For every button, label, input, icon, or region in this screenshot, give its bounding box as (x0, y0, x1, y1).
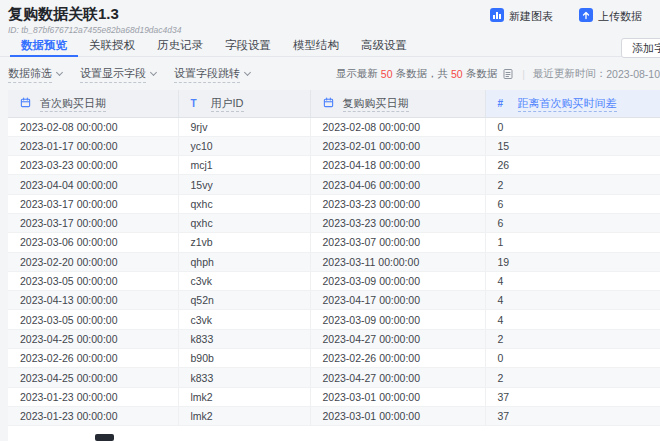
data-preview-table: 首次购买日期 T 用户ID 复购购买日期 # 距离首次购买时间差 2023-02… (8, 90, 660, 441)
table-cell: b90b (178, 349, 310, 368)
table-cell: 2023-04-25 00:00:00 (8, 368, 178, 387)
scrollbar-thumb[interactable] (95, 434, 114, 441)
table-cell: 4 (485, 291, 660, 310)
table-cell: 9rjv (178, 117, 310, 136)
table-cell: 2023-04-27 00:00:00 (310, 368, 485, 387)
table-cell: 2023-03-09 00:00:00 (310, 310, 485, 329)
table-cell: 2023-03-23 00:00:00 (8, 156, 178, 175)
table-cell: 2023-03-23 00:00:00 (310, 194, 485, 213)
tab-model-structure[interactable]: 模型结构 (282, 36, 350, 57)
summary-text: 显示最新 (336, 67, 378, 81)
table-cell: 4 (485, 271, 660, 290)
table-cell: 1 (485, 233, 660, 252)
table-row: 2023-04-13 00:00:00q52n2023-04-17 00:00:… (8, 291, 660, 310)
table-cell: z1vb (178, 233, 310, 252)
upload-data-label: 上传数据 (598, 9, 642, 24)
new-chart-button[interactable]: 新建图表 (490, 8, 553, 24)
table-row: 2023-01-23 00:00:00lmk22023-03-01 00:00:… (8, 406, 660, 425)
table-body: 2023-02-08 00:00:009rjv2023-02-08 00:00:… (8, 117, 660, 426)
table-cell: 2023-03-01 00:00:00 (310, 406, 485, 425)
table-cell: 15vy (178, 175, 310, 194)
table-cell: 2 (485, 368, 660, 387)
tab-field-settings[interactable]: 字段设置 (214, 36, 282, 57)
table-cell: mcj1 (178, 156, 310, 175)
table-cell: 2023-04-18 00:00:00 (310, 156, 485, 175)
tab-data-preview[interactable]: 数据预览 (10, 36, 78, 57)
table-cell: 2023-03-07 00:00:00 (310, 233, 485, 252)
table-cell: 37 (485, 406, 660, 425)
table-cell: 2023-02-26 00:00:00 (8, 349, 178, 368)
column-header-time-diff[interactable]: # 距离首次购买时间差 (485, 90, 660, 117)
table-cell: 2023-02-08 00:00:00 (8, 117, 178, 136)
table-cell: 26 (485, 156, 660, 175)
tab-association-auth[interactable]: 关联授权 (78, 36, 146, 57)
column-header-repurchase-date[interactable]: 复购购买日期 (310, 90, 485, 117)
column-label: 距离首次购买时间差 (518, 97, 617, 112)
column-header-user-id[interactable]: T 用户ID (178, 90, 310, 117)
table-cell: c3vk (178, 271, 310, 290)
number-type-icon: # (498, 98, 509, 109)
table-cell: 6 (485, 213, 660, 232)
note-icon[interactable] (502, 68, 514, 80)
page-title: 复购数据关联1.3 (8, 5, 119, 24)
summary-text: 条数据 (466, 67, 498, 81)
table-cell: 19 (485, 252, 660, 271)
table-cell: 2023-03-17 00:00:00 (8, 213, 178, 232)
divider: | (522, 69, 525, 80)
calendar-icon (323, 97, 334, 110)
chevron-down-icon (56, 69, 63, 76)
table-row: 2023-03-17 00:00:00qxhc2023-03-23 00:00:… (8, 194, 660, 213)
table-cell: lmk2 (178, 406, 310, 425)
data-filter-dropdown[interactable]: 数据筛选 (8, 66, 62, 83)
data-summary: 显示最新 50 条数据，共 50 条数据 | 最近更新时间： 2023-08-1… (336, 67, 660, 81)
text-type-icon: T (191, 98, 202, 109)
table-cell: qhph (178, 252, 310, 271)
upload-data-button[interactable]: 上传数据 (579, 8, 642, 24)
table-row: 2023-02-26 00:00:00b90b2023-02-26 00:00:… (8, 349, 660, 368)
table-cell: 0 (485, 117, 660, 136)
table-cell: 6 (485, 194, 660, 213)
table-cell: qxhc (178, 213, 310, 232)
table-row: 2023-03-06 00:00:00z1vb2023-03-07 00:00:… (8, 233, 660, 252)
table-cell: 2023-03-17 00:00:00 (8, 194, 178, 213)
chevron-down-icon (150, 69, 157, 76)
tab-history[interactable]: 历史记录 (146, 36, 214, 57)
table-cell: 2023-01-23 00:00:00 (8, 387, 178, 406)
table-cell: k833 (178, 329, 310, 348)
table-cell: 2023-02-01 00:00:00 (310, 136, 485, 155)
column-header-first-purchase-date[interactable]: 首次购买日期 (8, 90, 178, 117)
table-cell: 2023-03-09 00:00:00 (310, 271, 485, 290)
data-filter-label: 数据筛选 (8, 66, 52, 83)
field-jump-label: 设置字段跳转 (174, 66, 240, 83)
display-fields-label: 设置显示字段 (80, 66, 146, 83)
upload-data-icon (579, 8, 593, 24)
new-chart-label: 新建图表 (509, 9, 553, 24)
dataset-id: ID: tb_87bf676712a7455e82ba68d19dac4d34 (8, 25, 181, 35)
table-row: 2023-04-04 00:00:0015vy2023-04-06 00:00:… (8, 175, 660, 194)
table-cell: 2023-03-23 00:00:00 (310, 213, 485, 232)
table-row: 2023-01-23 00:00:00lmk22023-03-01 00:00:… (8, 387, 660, 406)
tab-advanced-settings[interactable]: 高级设置 (350, 36, 418, 57)
column-label: 首次购买日期 (40, 97, 106, 112)
field-jump-dropdown[interactable]: 设置字段跳转 (174, 66, 250, 83)
table-cell: 4 (485, 310, 660, 329)
add-field-button[interactable]: 添加字段 (621, 38, 660, 58)
last-updated-value: 2023-08-10 (606, 68, 660, 80)
table-row: 2023-03-05 00:00:00c3vk2023-03-09 00:00:… (8, 310, 660, 329)
table-row: 2023-02-20 00:00:00qhph2023-03-11 00:00:… (8, 252, 660, 271)
table-cell: 2023-03-05 00:00:00 (8, 310, 178, 329)
table-cell: 37 (485, 387, 660, 406)
chevron-down-icon (244, 69, 251, 76)
table-cell: 2023-04-27 00:00:00 (310, 329, 485, 348)
table-row: 2023-04-25 00:00:00k8332023-04-27 00:00:… (8, 329, 660, 348)
table-cell: 2023-03-11 00:00:00 (310, 252, 485, 271)
table-cell: 2023-01-17 00:00:00 (8, 136, 178, 155)
table-cell: yc10 (178, 136, 310, 155)
table-header-row: 首次购买日期 T 用户ID 复购购买日期 # 距离首次购买时间差 (8, 90, 660, 117)
table-row: 2023-04-25 00:00:00k8332023-04-27 00:00:… (8, 368, 660, 387)
display-fields-dropdown[interactable]: 设置显示字段 (80, 66, 156, 83)
table-cell: 2023-01-23 00:00:00 (8, 406, 178, 425)
latest-count: 50 (381, 68, 393, 80)
last-updated-label: 最近更新时间： (533, 67, 607, 81)
total-count: 50 (451, 68, 463, 80)
